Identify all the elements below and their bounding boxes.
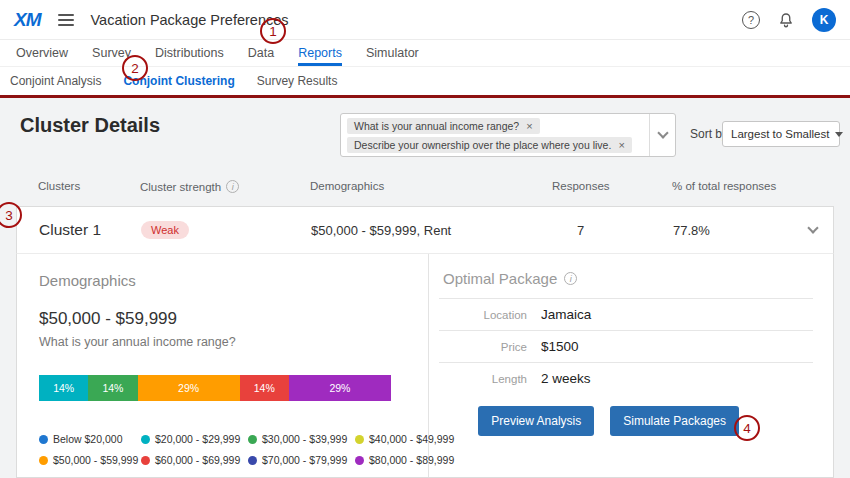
strength-badge: Weak xyxy=(141,221,189,239)
field-label: Location xyxy=(439,309,527,321)
package-field-length: Length 2 weeks xyxy=(439,363,813,394)
bar-segment: 29% xyxy=(289,375,391,401)
legend-dot xyxy=(355,435,364,444)
legend-dot xyxy=(141,435,150,444)
close-icon[interactable]: × xyxy=(618,139,624,151)
income-distribution-bar: 14% 14% 29% 14% 29% xyxy=(39,375,391,401)
xm-logo: XM xyxy=(14,9,41,31)
optimal-package-title: Optimal Package i xyxy=(439,270,813,299)
sort-dropdown[interactable]: Largest to Smallest xyxy=(722,121,840,147)
filter-chip-label: Describe your ownership over the place w… xyxy=(354,139,611,151)
demographics-headline: $50,000 - $59,999 xyxy=(39,309,406,329)
cluster-detail-card: Demographics $50,000 - $59,999 What is y… xyxy=(16,254,834,478)
annotation-step-4: 4 xyxy=(734,415,760,441)
topbar-actions: ? K xyxy=(742,8,836,32)
cluster-name: Cluster 1 xyxy=(39,207,101,253)
bar-segment: 14% xyxy=(88,375,137,401)
column-header-demographics: Demographics xyxy=(310,180,384,192)
simulate-packages-button[interactable]: Simulate Packages xyxy=(610,406,739,436)
bar-segment: 14% xyxy=(240,375,289,401)
annotation-step-1: 1 xyxy=(260,18,286,44)
legend-item: $60,000 - $69,999 xyxy=(141,454,248,466)
bar-segment: 29% xyxy=(138,375,240,401)
app-window: XM Vacation Package Preferences ? K Over… xyxy=(0,0,850,478)
field-label: Price xyxy=(439,341,527,353)
legend-item: $20,000 - $29,999 xyxy=(141,433,248,445)
tab-overview[interactable]: Overview xyxy=(16,40,68,66)
column-header-cluster-strength: Cluster strength i xyxy=(140,180,239,193)
legend-dot xyxy=(248,435,257,444)
legend-dot xyxy=(141,456,150,465)
tab-reports[interactable]: Reports xyxy=(298,40,342,66)
filter-chips: What is your annual income range? × Desc… xyxy=(341,114,649,156)
column-header-clusters: Clusters xyxy=(38,180,80,192)
optimal-package-panel: Optimal Package i Location Jamaica Price… xyxy=(429,254,833,477)
cluster-demographics: $50,000 - $59,999, Rent xyxy=(311,207,451,253)
subtab-survey-results[interactable]: Survey Results xyxy=(257,67,338,95)
field-value: $1500 xyxy=(541,339,579,354)
preview-analysis-button[interactable]: Preview Analysis xyxy=(478,406,594,436)
tab-simulator[interactable]: Simulator xyxy=(366,40,419,66)
cluster-strength-cell: Weak xyxy=(141,207,189,253)
info-icon[interactable]: i xyxy=(226,180,239,193)
column-header-responses: Responses xyxy=(552,180,610,192)
info-icon[interactable]: i xyxy=(564,272,577,285)
chevron-down-icon[interactable] xyxy=(649,114,675,156)
demographics-question: What is your annual income range? xyxy=(39,335,406,349)
field-label: Length xyxy=(439,373,527,385)
filter-chip[interactable]: What is your annual income range? × xyxy=(347,118,540,134)
topbar: XM Vacation Package Preferences ? K xyxy=(0,0,850,40)
legend-dot xyxy=(39,435,48,444)
demographics-title: Demographics xyxy=(39,272,406,289)
legend-dot xyxy=(355,456,364,465)
field-value: 2 weeks xyxy=(541,371,591,386)
user-avatar[interactable]: K xyxy=(812,8,836,32)
notifications-bell-icon[interactable] xyxy=(777,11,795,29)
legend-dot xyxy=(39,456,48,465)
hamburger-menu-icon[interactable] xyxy=(56,12,76,28)
legend-dot xyxy=(248,456,257,465)
legend-item: $50,000 - $59,999 xyxy=(39,454,141,466)
bar-segment: 14% xyxy=(39,375,88,401)
column-header-pct-of-total: % of total responses xyxy=(672,180,776,192)
dropdown-arrow-icon xyxy=(835,132,843,137)
legend-item: $70,000 - $79,999 xyxy=(248,454,355,466)
question-filter-select[interactable]: What is your annual income range? × Desc… xyxy=(340,113,676,157)
legend-item: Below $20,000 xyxy=(39,433,141,445)
field-value: Jamaica xyxy=(541,307,591,322)
cluster-pct-of-total: 77.8% xyxy=(673,207,710,253)
tab-distributions[interactable]: Distributions xyxy=(155,40,224,66)
income-legend: Below $20,000 $20,000 - $29,999 $30,000 … xyxy=(39,433,406,466)
package-field-location: Location Jamaica xyxy=(439,299,813,331)
annotation-step-2: 2 xyxy=(122,55,148,81)
demographics-panel: Demographics $50,000 - $59,999 What is y… xyxy=(17,254,429,477)
collapse-chevron-icon[interactable] xyxy=(809,207,817,253)
help-icon[interactable]: ? xyxy=(742,11,760,29)
project-title: Vacation Package Preferences xyxy=(91,12,289,28)
tab-data[interactable]: Data xyxy=(248,40,274,66)
filter-chip-label: What is your annual income range? xyxy=(354,120,519,132)
close-icon[interactable]: × xyxy=(526,120,532,132)
package-field-price: Price $1500 xyxy=(439,331,813,363)
sort-dropdown-value: Largest to Smallest xyxy=(731,128,829,140)
subtab-conjoint-analysis[interactable]: Conjoint Analysis xyxy=(10,67,101,95)
cluster-row[interactable]: Cluster 1 Weak $50,000 - $59,999, Rent 7… xyxy=(16,206,834,254)
cluster-details-page: Cluster Details What is your annual inco… xyxy=(0,98,850,478)
cluster-responses: 7 xyxy=(553,207,608,253)
legend-item: $30,000 - $39,999 xyxy=(248,433,355,445)
page-title: Cluster Details xyxy=(20,114,160,137)
filter-chip[interactable]: Describe your ownership over the place w… xyxy=(347,137,632,153)
